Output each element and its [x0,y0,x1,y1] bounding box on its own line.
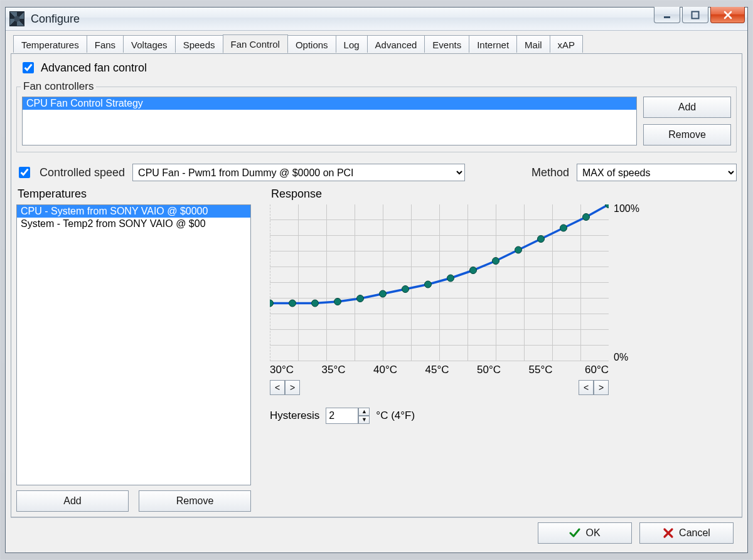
method-select[interactable]: MAX of speeds [577,164,737,181]
advanced-fan-control-label[interactable]: Advanced fan control [41,61,147,75]
chart-x-tick: 60°C [580,364,609,376]
maximize-icon [691,11,700,19]
shift-end-right-button[interactable]: > [594,380,609,395]
window-controls [654,7,745,23]
hysteresis-down-button[interactable]: ▼ [358,416,370,424]
fan-controllers-add-button[interactable]: Add [643,97,731,118]
titlebar[interactable]: Configure [6,8,747,31]
tab-xap[interactable]: xAP [550,35,584,53]
configure-window: Configure TemperaturesFansVoltagesSpeeds… [5,7,748,553]
temperatures-title: Temperatures [18,188,251,201]
cancel-button[interactable]: Cancel [639,522,734,544]
chart-y-bottom: 0% [614,352,628,363]
fan-controllers-group: Fan controllers CPU Fan Control Strategy… [16,80,737,152]
method-label: Method [531,166,569,179]
temperatures-column: Temperatures CPU - System from SONY VAIO… [16,185,251,512]
chart-point[interactable] [357,295,364,302]
controlled-speed-label[interactable]: Controlled speed [40,166,125,179]
controlled-speed-select[interactable]: CPU Fan - Pwm1 from Dummy @ $0000 on PCI [132,164,465,181]
chart-point[interactable] [289,300,296,307]
chart-point[interactable] [583,214,590,221]
tab-voltages[interactable]: Voltages [123,35,176,53]
hysteresis-input[interactable] [326,408,358,424]
window-title: Configure [31,13,80,26]
temperature-item[interactable]: CPU - System from SONY VAIO @ $0000 [17,205,250,218]
chart-point[interactable] [447,275,454,282]
tab-temperatures[interactable]: Temperatures [13,35,87,53]
temperatures-remove-button[interactable]: Remove [139,490,251,512]
fan-controllers-legend: Fan controllers [21,80,96,93]
minimize-button[interactable] [654,7,680,23]
tab-fan-control[interactable]: Fan Control [223,34,288,53]
dialog-footer: OK Cancel [11,517,742,547]
tab-advanced[interactable]: Advanced [367,35,425,53]
tab-log[interactable]: Log [336,35,368,53]
response-curve [270,204,609,361]
tab-options[interactable]: Options [287,35,336,53]
advanced-fan-control-row: Advanced fan control [20,60,734,75]
response-title: Response [271,188,737,201]
chart-point[interactable] [402,286,409,293]
maximize-button[interactable] [682,7,708,23]
chart-point[interactable] [470,267,477,274]
chart-y-top: 100% [614,203,639,214]
chart-point[interactable] [606,204,609,208]
close-button[interactable] [710,7,745,23]
response-chart[interactable] [270,204,609,361]
x-icon [663,527,674,539]
tab-page-fan-control: Advanced fan control Fan controllers CPU… [11,53,742,517]
close-icon [723,11,733,19]
chart-x-tick: 50°C [477,364,505,376]
svg-rect-0 [664,16,670,18]
tab-mail[interactable]: Mail [516,35,550,53]
fan-controllers-remove-button[interactable]: Remove [643,124,731,145]
advanced-fan-control-checkbox[interactable] [23,62,34,73]
shift-end-left-button[interactable]: < [579,380,594,395]
controlled-speed-checkbox[interactable] [19,167,30,178]
chart-point[interactable] [270,300,274,307]
fan-controller-item[interactable]: CPU Fan Control Strategy [23,97,636,110]
tab-bar: TemperaturesFansVoltagesSpeedsFan Contro… [11,34,742,53]
hysteresis-unit: °C (4°F) [376,409,415,422]
chart-x-tick: 55°C [529,364,557,376]
app-icon [9,11,24,26]
chart-point[interactable] [334,298,341,305]
ok-button[interactable]: OK [538,522,632,544]
temperature-item[interactable]: System - Temp2 from SONY VAIO @ $00 [17,218,250,230]
chart-point[interactable] [493,258,499,265]
response-column: Response 100% 0% 30°C35°C40°C45°C50°C55°… [270,185,737,512]
tab-events[interactable]: Events [424,35,469,53]
chart-x-tick: 45°C [425,364,454,376]
controlled-speed-row: Controlled speed CPU Fan - Pwm1 from Dum… [16,164,737,181]
hysteresis-label: Hysteresis [270,409,319,422]
minimize-icon [663,11,671,19]
chart-point[interactable] [425,281,432,288]
shift-start-left-button[interactable]: < [270,380,285,395]
chart-point[interactable] [538,236,545,243]
fan-controllers-list[interactable]: CPU Fan Control Strategy [22,97,637,145]
shift-start-right-button[interactable]: > [285,380,300,395]
svg-rect-1 [692,11,699,18]
chart-x-labels: 30°C35°C40°C45°C50°C55°C60°C [270,364,609,376]
chart-x-tick: 30°C [270,364,298,376]
tab-internet[interactable]: Internet [469,35,517,53]
chart-x-tick: 35°C [322,364,350,376]
temperatures-add-button[interactable]: Add [16,490,129,512]
chart-point[interactable] [515,246,522,253]
hysteresis-up-button[interactable]: ▲ [358,408,370,416]
chart-point[interactable] [560,225,567,231]
temperatures-list[interactable]: CPU - System from SONY VAIO @ $0000Syste… [16,204,251,485]
chart-point[interactable] [380,290,387,297]
check-icon [569,527,580,539]
tab-fans[interactable]: Fans [87,35,124,53]
hysteresis-spinner: ▲ ▼ [326,408,370,424]
client-area: TemperaturesFansVoltagesSpeedsFan Contro… [6,31,747,552]
tab-speeds[interactable]: Speeds [175,35,223,53]
chart-x-tick: 40°C [373,364,402,376]
chart-point[interactable] [312,300,319,307]
